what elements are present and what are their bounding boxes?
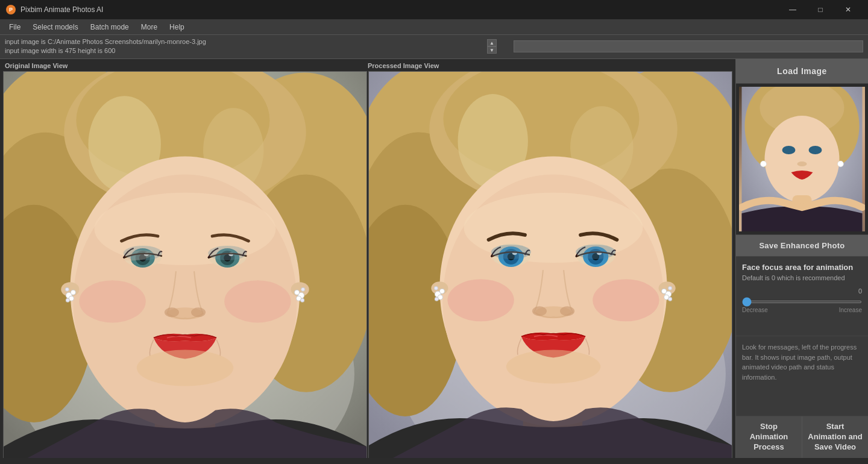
svg-point-73 bbox=[532, 306, 547, 316]
scroll-down-button[interactable]: ▼ bbox=[487, 46, 497, 54]
svg-point-59 bbox=[464, 192, 643, 262]
menu-batch-mode[interactable]: Batch mode bbox=[84, 21, 135, 33]
menubar: File Select models Batch mode More Help bbox=[0, 19, 868, 35]
images-row bbox=[0, 71, 735, 458]
maximize-button[interactable]: □ bbox=[807, 0, 834, 19]
svg-point-95 bbox=[782, 146, 796, 154]
progress-container bbox=[502, 40, 863, 52]
svg-point-77 bbox=[506, 350, 601, 383]
bottom-buttons: Stop Animation Process Start Animation a… bbox=[736, 416, 868, 458]
app-icon: P bbox=[6, 5, 16, 14]
svg-point-25 bbox=[124, 246, 162, 260]
main-content: Original Image View Processed Image View bbox=[0, 59, 868, 458]
svg-point-74 bbox=[560, 306, 574, 316]
statusbar: input image is C:/Animate Photos Screens… bbox=[0, 35, 868, 59]
thumbnail-image bbox=[739, 87, 865, 231]
image-panels: Original Image View Processed Image View bbox=[0, 59, 735, 458]
original-image-panel bbox=[3, 71, 367, 458]
svg-point-81 bbox=[434, 286, 438, 290]
face-focus-title: Face focus area for animation bbox=[742, 263, 862, 272]
stop-animation-button[interactable]: Stop Animation Process bbox=[736, 416, 802, 458]
right-panel: Load Image bbox=[735, 59, 868, 458]
processed-portrait-svg bbox=[369, 72, 732, 458]
panel-labels: Original Image View Processed Image View bbox=[0, 59, 735, 71]
svg-point-29 bbox=[191, 307, 206, 317]
status-line2: input image width is 475 height is 600 bbox=[5, 46, 482, 55]
minimize-button[interactable]: — bbox=[779, 0, 807, 19]
svg-point-100 bbox=[838, 161, 844, 167]
svg-point-89 bbox=[668, 297, 672, 301]
scroll-buttons: ▲ ▼ bbox=[487, 39, 497, 54]
svg-point-38 bbox=[66, 298, 69, 302]
svg-point-86 bbox=[662, 289, 667, 293]
close-button[interactable]: ✕ bbox=[834, 0, 862, 19]
svg-point-28 bbox=[165, 307, 179, 317]
face-focus-slider[interactable] bbox=[742, 301, 862, 303]
titlebar-controls: — □ ✕ bbox=[779, 0, 862, 19]
info-section: Look for messages, left of the progress … bbox=[736, 336, 868, 416]
titlebar-title: Pixbim Animate Photos AI bbox=[20, 5, 103, 14]
slider-decrease-label: Decrease bbox=[742, 307, 768, 313]
titlebar-left: P Pixbim Animate Photos AI bbox=[6, 5, 103, 14]
titlebar: P Pixbim Animate Photos AI — □ ✕ bbox=[0, 0, 868, 19]
svg-point-75 bbox=[447, 279, 514, 321]
svg-point-36 bbox=[65, 287, 69, 291]
progress-bar bbox=[514, 40, 863, 52]
thumbnail-svg bbox=[739, 87, 865, 231]
processed-portrait bbox=[369, 72, 732, 458]
svg-point-96 bbox=[809, 146, 822, 154]
status-line1: input image is C:/Animate Photos Screens… bbox=[5, 37, 482, 46]
svg-point-31 bbox=[224, 280, 291, 322]
slider-increase-label: Increase bbox=[839, 307, 862, 313]
processed-image-panel bbox=[368, 71, 732, 458]
svg-point-80 bbox=[439, 289, 444, 293]
status-text-container: input image is C:/Animate Photos Screens… bbox=[5, 37, 482, 56]
menu-select-models[interactable]: Select models bbox=[27, 21, 84, 33]
svg-point-41 bbox=[295, 290, 300, 295]
svg-point-71 bbox=[576, 245, 615, 259]
svg-point-65 bbox=[491, 245, 531, 259]
svg-point-14 bbox=[95, 192, 276, 265]
processed-label: Processed Image View bbox=[368, 62, 731, 69]
slider-labels: Decrease Increase bbox=[742, 307, 862, 313]
scroll-up-button[interactable]: ▲ bbox=[487, 39, 497, 46]
svg-point-32 bbox=[137, 350, 234, 386]
svg-point-30 bbox=[79, 280, 145, 322]
svg-point-83 bbox=[435, 297, 438, 301]
start-animation-button[interactable]: Start Animation and Save Video bbox=[802, 416, 868, 458]
svg-point-99 bbox=[761, 161, 767, 167]
menu-file[interactable]: File bbox=[3, 21, 27, 33]
svg-point-35 bbox=[71, 290, 75, 295]
original-portrait bbox=[4, 72, 366, 458]
menu-help[interactable]: Help bbox=[163, 21, 190, 33]
load-image-button[interactable]: Load Image bbox=[736, 59, 868, 84]
svg-point-76 bbox=[593, 279, 659, 321]
original-portrait-svg bbox=[4, 72, 366, 458]
svg-point-26 bbox=[208, 246, 247, 260]
info-paragraph: Look for messages, left of the progress … bbox=[742, 342, 862, 382]
original-label: Original Image View bbox=[5, 62, 368, 69]
save-photo-button[interactable]: Save Enhanced Photo bbox=[736, 235, 868, 257]
thumbnail-container bbox=[736, 84, 868, 235]
slider-value: 0 bbox=[858, 287, 862, 295]
svg-point-44 bbox=[301, 298, 304, 302]
svg-point-97 bbox=[797, 161, 807, 166]
svg-point-87 bbox=[668, 286, 672, 290]
svg-point-94 bbox=[765, 116, 840, 202]
face-focus-subtitle: Default is 0 which is recommended bbox=[742, 274, 862, 281]
face-focus-section: Face focus area for animation Default is… bbox=[736, 257, 868, 337]
menu-more[interactable]: More bbox=[135, 21, 163, 33]
slider-value-row: 0 bbox=[742, 287, 862, 295]
svg-point-42 bbox=[301, 287, 305, 291]
